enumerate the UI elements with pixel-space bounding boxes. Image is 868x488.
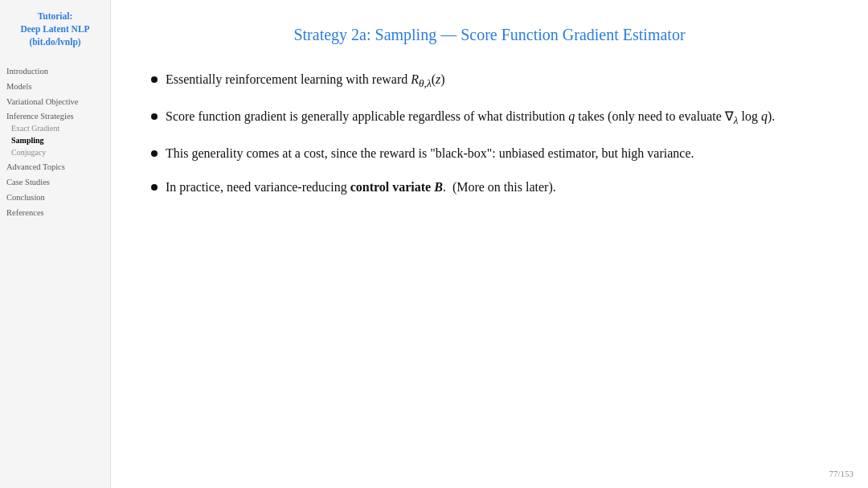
sidebar-item-case-studies[interactable]: Case Studies	[6, 178, 104, 187]
sidebar-title-line1: Tutorial:	[38, 11, 73, 21]
sidebar: Tutorial: Deep Latent NLP (bit.do/lvnlp)…	[0, 0, 111, 488]
slide-title: Strategy 2a: Sampling — Score Function G…	[151, 26, 828, 44]
bullet-text-3: This generality comes at a cost, since t…	[166, 144, 828, 164]
bullet-list: Essentially reinforcement learning with …	[151, 70, 828, 198]
sidebar-item-sampling[interactable]: Sampling	[11, 136, 104, 145]
bullet-item-3: This generality comes at a cost, since t…	[151, 144, 828, 164]
sidebar-item-references[interactable]: References	[6, 208, 104, 217]
bullet-dot-3	[151, 150, 158, 157]
bullet-item-2: Score function gradient is generally app…	[151, 107, 828, 129]
sidebar-item-introduction[interactable]: Introduction	[6, 67, 104, 76]
bullet-text-1: Essentially reinforcement learning with …	[166, 70, 828, 92]
sidebar-item-conjugacy[interactable]: Conjugacy	[11, 148, 104, 157]
bullet-dot-2	[151, 113, 158, 120]
sidebar-item-advanced-topics[interactable]: Advanced Topics	[6, 162, 104, 171]
bullet-text-4: In practice, need variance-reducing cont…	[166, 178, 828, 198]
bullet-item-4: In practice, need variance-reducing cont…	[151, 178, 828, 198]
bullet-text-2: Score function gradient is generally app…	[166, 107, 828, 129]
sidebar-item-conclusion[interactable]: Conclusion	[6, 193, 104, 202]
bullet-dot-4	[151, 184, 158, 191]
sidebar-item-variational-objective[interactable]: Variational Objective	[6, 97, 104, 106]
sidebar-item-inference-strategies[interactable]: Inference Strategies	[6, 112, 104, 121]
page-number: 77/153	[829, 469, 854, 478]
bullet-item-1: Essentially reinforcement learning with …	[151, 70, 828, 92]
bullet-dot-1	[151, 76, 158, 83]
main-content: Strategy 2a: Sampling — Score Function G…	[111, 0, 868, 488]
sidebar-title-line2: Deep Latent NLP	[20, 24, 89, 34]
sidebar-title: Tutorial: Deep Latent NLP (bit.do/lvnlp)	[6, 10, 104, 48]
sidebar-item-models[interactable]: Models	[6, 82, 104, 91]
sidebar-item-exact-gradient[interactable]: Exact Gradient	[11, 124, 104, 133]
sidebar-title-line3: (bit.do/lvnlp)	[29, 37, 80, 47]
